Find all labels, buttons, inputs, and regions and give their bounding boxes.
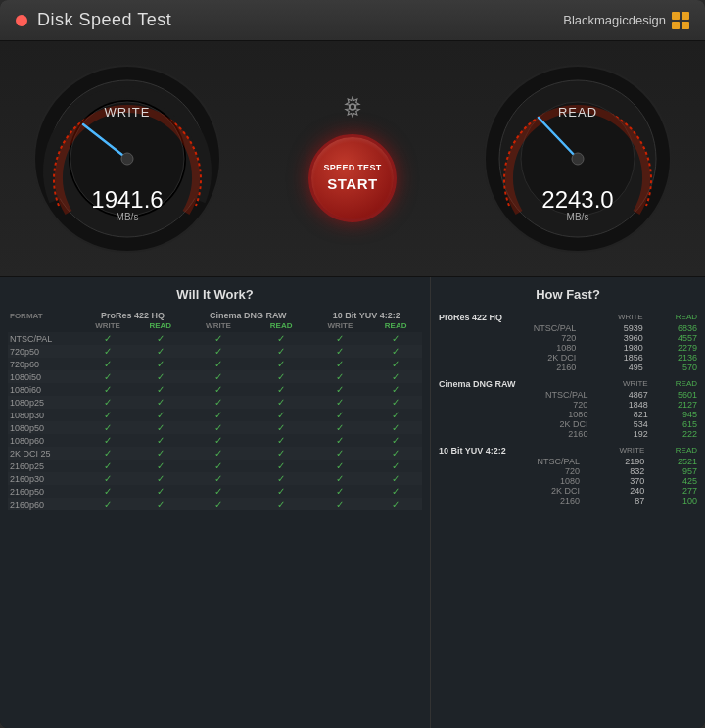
check-cell: ✓ <box>185 409 252 421</box>
speed-test-button[interactable]: SPEED TEST START <box>308 134 397 222</box>
table-row: 1080p25✓✓✓✓✓✓ <box>8 396 422 409</box>
check-cell: ✓ <box>252 383 311 396</box>
read-gauge-svg <box>480 61 676 257</box>
check-cell: ✓ <box>369 370 422 383</box>
hf-write-value: 240 <box>584 486 650 496</box>
check-cell: ✓ <box>135 434 185 447</box>
hf-section-header: ProRes 422 HQWRITEREAD <box>439 310 697 323</box>
check-cell: ✓ <box>135 383 185 396</box>
check-cell: ✓ <box>369 409 422 421</box>
hf-write-value: 5939 <box>580 323 648 333</box>
read-value-display: 2243.0 MB/s <box>541 188 613 222</box>
prores-header: ProRes 422 HQ <box>80 310 185 321</box>
speed-test-line1: SPEED TEST <box>323 163 381 174</box>
will-it-work-panel: Will It Work? FORMAT ProRes 422 HQ Cinem… <box>0 277 431 728</box>
check-cell: ✓ <box>252 370 311 383</box>
hf-section-name: 10 Bit YUV 4:2:2 <box>439 443 584 457</box>
check-cell: ✓ <box>185 358 252 370</box>
how-fast-table: 10 Bit YUV 4:2:2WRITEREADNTSC/PAL2190252… <box>439 443 697 506</box>
hf-data-row: 2K DCI18562136 <box>439 353 697 363</box>
hf-write-value: 832 <box>584 466 650 476</box>
hf-write-value: 534 <box>591 419 653 429</box>
row-label: 1080p25 <box>8 396 80 409</box>
hf-read-value: 2136 <box>649 353 697 363</box>
check-cell: ✓ <box>369 421 422 434</box>
hf-data-row: 72039604557 <box>439 333 697 343</box>
hf-read-value: 570 <box>649 363 697 372</box>
data-section: Will It Work? FORMAT ProRes 422 HQ Cinem… <box>0 277 705 728</box>
table-row: 1080p50✓✓✓✓✓✓ <box>8 421 422 434</box>
check-cell: ✓ <box>135 358 185 370</box>
hf-data-row: NTSC/PAL21902521 <box>439 457 697 466</box>
check-cell: ✓ <box>311 472 370 485</box>
close-button[interactable] <box>16 15 27 26</box>
hf-write-value: 1856 <box>580 353 648 363</box>
check-cell: ✓ <box>80 460 136 472</box>
col-headers-row: FORMAT ProRes 422 HQ Cinema DNG RAW 10 B… <box>8 310 422 321</box>
check-cell: ✓ <box>252 345 311 358</box>
hf-row-label: 2K DCI <box>439 486 584 496</box>
check-cell: ✓ <box>252 358 311 370</box>
gauge-section: WRITE 1941.6 MB/s SPEED TEST START <box>0 41 705 277</box>
hf-read-value: 277 <box>650 486 697 496</box>
app-title: Disk Speed Test <box>37 10 171 30</box>
hf-section-name: Cinema DNG RAW <box>439 376 591 390</box>
svg-point-5 <box>121 153 133 165</box>
table-row: 720p50✓✓✓✓✓✓ <box>8 345 422 358</box>
row-label: 1080p50 <box>8 421 80 434</box>
check-cell: ✓ <box>369 345 422 358</box>
hf-read-value: 2279 <box>649 343 697 353</box>
hf-write-header: WRITE <box>580 310 648 323</box>
hf-read-header: READ <box>649 310 697 323</box>
how-fast-table: ProRes 422 HQWRITEREADNTSC/PAL5939683672… <box>439 310 697 372</box>
format-col-header: FORMAT <box>8 310 80 321</box>
brand-name: Blackmagicdesign <box>563 13 666 27</box>
hf-write-value: 3960 <box>580 333 648 343</box>
check-cell: ✓ <box>135 421 185 434</box>
check-cell: ✓ <box>80 358 136 370</box>
check-cell: ✓ <box>185 460 252 472</box>
title-bar: Disk Speed Test Blackmagicdesign <box>0 0 705 41</box>
check-cell: ✓ <box>311 383 370 396</box>
yuv-header: 10 Bit YUV 4:2:2 <box>311 310 422 321</box>
check-cell: ✓ <box>369 460 422 472</box>
check-cell: ✓ <box>369 472 422 485</box>
check-cell: ✓ <box>185 447 252 460</box>
write-unit: MB/s <box>91 212 163 222</box>
check-cell: ✓ <box>311 434 370 447</box>
settings-icon[interactable] <box>342 96 363 118</box>
hf-data-row: NTSC/PAL59396836 <box>439 323 697 333</box>
check-cell: ✓ <box>311 345 370 358</box>
speed-test-line2: START <box>327 174 377 194</box>
check-cell: ✓ <box>311 447 370 460</box>
hf-data-row: 2K DCI534615 <box>439 419 697 429</box>
table-row: NTSC/PAL✓✓✓✓✓✓ <box>8 332 422 345</box>
check-cell: ✓ <box>252 460 311 472</box>
check-cell: ✓ <box>369 434 422 447</box>
hf-write-value: 370 <box>584 476 650 486</box>
hf-write-value: 4867 <box>591 390 653 400</box>
hf-write-value: 495 <box>580 363 648 372</box>
hf-write-value: 1980 <box>580 343 648 353</box>
check-cell: ✓ <box>252 332 311 345</box>
hf-data-row: NTSC/PAL48675601 <box>439 390 697 400</box>
check-cell: ✓ <box>185 370 252 383</box>
hf-row-label: 2160 <box>439 363 580 372</box>
hf-read-value: 2521 <box>650 457 697 466</box>
check-cell: ✓ <box>135 447 185 460</box>
hf-row-label: 2K DCI <box>439 419 591 429</box>
check-cell: ✓ <box>369 358 422 370</box>
check-cell: ✓ <box>185 421 252 434</box>
hf-data-row: 1080370425 <box>439 476 697 486</box>
hf-row-label: 2160 <box>439 429 591 439</box>
hf-row-label: 720 <box>439 466 584 476</box>
check-cell: ✓ <box>369 498 422 510</box>
hf-read-value: 425 <box>650 476 697 486</box>
hf-data-row: 216087100 <box>439 496 697 506</box>
hf-read-value: 222 <box>654 429 697 439</box>
row-label: 2160p30 <box>8 472 80 485</box>
check-cell: ✓ <box>311 409 370 421</box>
hf-read-value: 2127 <box>654 400 697 410</box>
check-cell: ✓ <box>185 485 252 498</box>
hf-write-value: 87 <box>584 496 650 506</box>
